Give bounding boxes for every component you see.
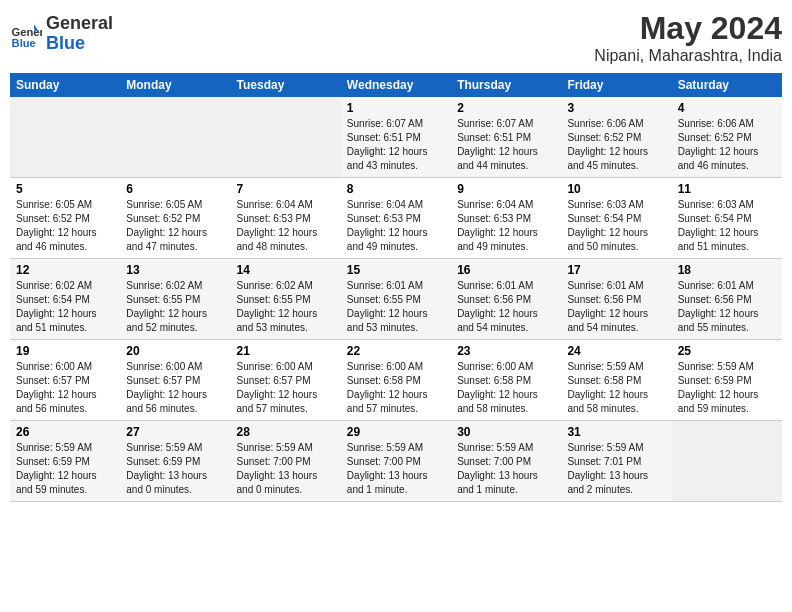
day-number: 3 xyxy=(567,101,665,115)
day-number: 23 xyxy=(457,344,555,358)
column-header-saturday: Saturday xyxy=(672,73,782,97)
day-number: 28 xyxy=(237,425,335,439)
day-cell: 12Sunrise: 6:02 AM Sunset: 6:54 PM Dayli… xyxy=(10,259,120,340)
day-info: Sunrise: 6:06 AM Sunset: 6:52 PM Dayligh… xyxy=(678,117,776,173)
day-info: Sunrise: 5:59 AM Sunset: 6:59 PM Dayligh… xyxy=(126,441,224,497)
day-info: Sunrise: 6:01 AM Sunset: 6:55 PM Dayligh… xyxy=(347,279,445,335)
day-info: Sunrise: 6:00 AM Sunset: 6:58 PM Dayligh… xyxy=(347,360,445,416)
day-info: Sunrise: 6:01 AM Sunset: 6:56 PM Dayligh… xyxy=(678,279,776,335)
day-cell: 17Sunrise: 6:01 AM Sunset: 6:56 PM Dayli… xyxy=(561,259,671,340)
day-info: Sunrise: 6:00 AM Sunset: 6:57 PM Dayligh… xyxy=(126,360,224,416)
day-info: Sunrise: 6:00 AM Sunset: 6:57 PM Dayligh… xyxy=(237,360,335,416)
day-cell: 18Sunrise: 6:01 AM Sunset: 6:56 PM Dayli… xyxy=(672,259,782,340)
day-number: 17 xyxy=(567,263,665,277)
day-number: 27 xyxy=(126,425,224,439)
day-cell: 24Sunrise: 5:59 AM Sunset: 6:58 PM Dayli… xyxy=(561,340,671,421)
day-cell: 28Sunrise: 5:59 AM Sunset: 7:00 PM Dayli… xyxy=(231,421,341,502)
column-header-friday: Friday xyxy=(561,73,671,97)
week-row-3: 12Sunrise: 6:02 AM Sunset: 6:54 PM Dayli… xyxy=(10,259,782,340)
day-number: 9 xyxy=(457,182,555,196)
day-info: Sunrise: 6:06 AM Sunset: 6:52 PM Dayligh… xyxy=(567,117,665,173)
day-number: 14 xyxy=(237,263,335,277)
day-number: 15 xyxy=(347,263,445,277)
header-row: SundayMondayTuesdayWednesdayThursdayFrid… xyxy=(10,73,782,97)
title-block: May 2024 Nipani, Maharashtra, India xyxy=(594,10,782,65)
day-info: Sunrise: 5:59 AM Sunset: 7:01 PM Dayligh… xyxy=(567,441,665,497)
day-cell: 27Sunrise: 5:59 AM Sunset: 6:59 PM Dayli… xyxy=(120,421,230,502)
day-number: 24 xyxy=(567,344,665,358)
day-cell: 3Sunrise: 6:06 AM Sunset: 6:52 PM Daylig… xyxy=(561,97,671,178)
day-cell: 20Sunrise: 6:00 AM Sunset: 6:57 PM Dayli… xyxy=(120,340,230,421)
day-info: Sunrise: 6:07 AM Sunset: 6:51 PM Dayligh… xyxy=(347,117,445,173)
day-cell: 7Sunrise: 6:04 AM Sunset: 6:53 PM Daylig… xyxy=(231,178,341,259)
day-number: 20 xyxy=(126,344,224,358)
column-header-tuesday: Tuesday xyxy=(231,73,341,97)
day-number: 16 xyxy=(457,263,555,277)
day-cell xyxy=(120,97,230,178)
day-number: 10 xyxy=(567,182,665,196)
svg-text:Blue: Blue xyxy=(12,37,36,49)
day-info: Sunrise: 5:59 AM Sunset: 7:00 PM Dayligh… xyxy=(237,441,335,497)
week-row-4: 19Sunrise: 6:00 AM Sunset: 6:57 PM Dayli… xyxy=(10,340,782,421)
day-info: Sunrise: 6:01 AM Sunset: 6:56 PM Dayligh… xyxy=(457,279,555,335)
day-info: Sunrise: 6:02 AM Sunset: 6:54 PM Dayligh… xyxy=(16,279,114,335)
day-cell: 23Sunrise: 6:00 AM Sunset: 6:58 PM Dayli… xyxy=(451,340,561,421)
day-number: 1 xyxy=(347,101,445,115)
day-number: 13 xyxy=(126,263,224,277)
day-cell: 13Sunrise: 6:02 AM Sunset: 6:55 PM Dayli… xyxy=(120,259,230,340)
day-number: 26 xyxy=(16,425,114,439)
day-cell: 2Sunrise: 6:07 AM Sunset: 6:51 PM Daylig… xyxy=(451,97,561,178)
day-cell: 1Sunrise: 6:07 AM Sunset: 6:51 PM Daylig… xyxy=(341,97,451,178)
day-cell: 4Sunrise: 6:06 AM Sunset: 6:52 PM Daylig… xyxy=(672,97,782,178)
day-info: Sunrise: 6:07 AM Sunset: 6:51 PM Dayligh… xyxy=(457,117,555,173)
day-number: 4 xyxy=(678,101,776,115)
day-cell: 10Sunrise: 6:03 AM Sunset: 6:54 PM Dayli… xyxy=(561,178,671,259)
calendar-table: SundayMondayTuesdayWednesdayThursdayFrid… xyxy=(10,73,782,502)
day-info: Sunrise: 6:04 AM Sunset: 6:53 PM Dayligh… xyxy=(457,198,555,254)
day-info: Sunrise: 6:03 AM Sunset: 6:54 PM Dayligh… xyxy=(678,198,776,254)
day-cell: 21Sunrise: 6:00 AM Sunset: 6:57 PM Dayli… xyxy=(231,340,341,421)
day-number: 11 xyxy=(678,182,776,196)
column-header-thursday: Thursday xyxy=(451,73,561,97)
day-info: Sunrise: 6:05 AM Sunset: 6:52 PM Dayligh… xyxy=(126,198,224,254)
day-info: Sunrise: 5:59 AM Sunset: 7:00 PM Dayligh… xyxy=(457,441,555,497)
day-number: 2 xyxy=(457,101,555,115)
day-number: 18 xyxy=(678,263,776,277)
day-cell: 25Sunrise: 5:59 AM Sunset: 6:59 PM Dayli… xyxy=(672,340,782,421)
day-number: 19 xyxy=(16,344,114,358)
day-cell xyxy=(231,97,341,178)
day-info: Sunrise: 6:02 AM Sunset: 6:55 PM Dayligh… xyxy=(126,279,224,335)
column-header-monday: Monday xyxy=(120,73,230,97)
day-info: Sunrise: 6:05 AM Sunset: 6:52 PM Dayligh… xyxy=(16,198,114,254)
day-number: 7 xyxy=(237,182,335,196)
day-info: Sunrise: 6:01 AM Sunset: 6:56 PM Dayligh… xyxy=(567,279,665,335)
day-cell: 6Sunrise: 6:05 AM Sunset: 6:52 PM Daylig… xyxy=(120,178,230,259)
calendar-subtitle: Nipani, Maharashtra, India xyxy=(594,47,782,65)
day-cell: 9Sunrise: 6:04 AM Sunset: 6:53 PM Daylig… xyxy=(451,178,561,259)
page-header: General Blue General Blue May 2024 Nipan… xyxy=(10,10,782,65)
day-number: 8 xyxy=(347,182,445,196)
day-cell: 29Sunrise: 5:59 AM Sunset: 7:00 PM Dayli… xyxy=(341,421,451,502)
day-info: Sunrise: 5:59 AM Sunset: 6:59 PM Dayligh… xyxy=(678,360,776,416)
day-cell: 30Sunrise: 5:59 AM Sunset: 7:00 PM Dayli… xyxy=(451,421,561,502)
day-cell: 15Sunrise: 6:01 AM Sunset: 6:55 PM Dayli… xyxy=(341,259,451,340)
day-cell: 5Sunrise: 6:05 AM Sunset: 6:52 PM Daylig… xyxy=(10,178,120,259)
day-number: 5 xyxy=(16,182,114,196)
column-header-wednesday: Wednesday xyxy=(341,73,451,97)
day-number: 25 xyxy=(678,344,776,358)
day-number: 30 xyxy=(457,425,555,439)
day-number: 31 xyxy=(567,425,665,439)
calendar-title: May 2024 xyxy=(594,10,782,47)
day-cell: 11Sunrise: 6:03 AM Sunset: 6:54 PM Dayli… xyxy=(672,178,782,259)
day-cell: 19Sunrise: 6:00 AM Sunset: 6:57 PM Dayli… xyxy=(10,340,120,421)
day-cell: 31Sunrise: 5:59 AM Sunset: 7:01 PM Dayli… xyxy=(561,421,671,502)
week-row-1: 1Sunrise: 6:07 AM Sunset: 6:51 PM Daylig… xyxy=(10,97,782,178)
logo-text: General Blue xyxy=(46,14,113,54)
day-number: 29 xyxy=(347,425,445,439)
day-number: 22 xyxy=(347,344,445,358)
day-info: Sunrise: 6:00 AM Sunset: 6:57 PM Dayligh… xyxy=(16,360,114,416)
day-info: Sunrise: 5:59 AM Sunset: 6:58 PM Dayligh… xyxy=(567,360,665,416)
day-info: Sunrise: 6:02 AM Sunset: 6:55 PM Dayligh… xyxy=(237,279,335,335)
week-row-2: 5Sunrise: 6:05 AM Sunset: 6:52 PM Daylig… xyxy=(10,178,782,259)
day-info: Sunrise: 5:59 AM Sunset: 7:00 PM Dayligh… xyxy=(347,441,445,497)
